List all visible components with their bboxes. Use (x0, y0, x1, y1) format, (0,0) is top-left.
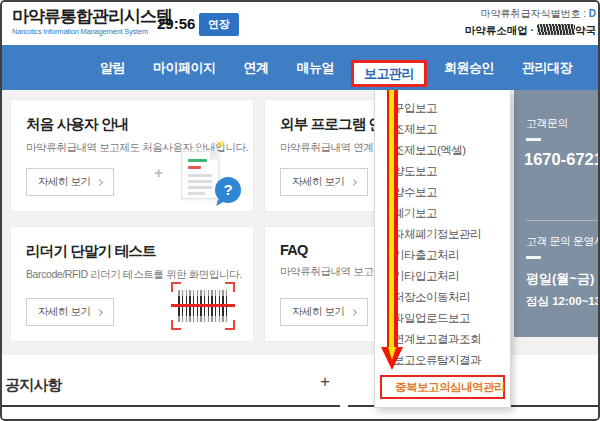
question-bubble-icon: ? (215, 177, 241, 203)
business-type-label: 마약류소매업 · (465, 24, 537, 36)
annotation-arrow-shaft (387, 90, 398, 348)
card-reader-test: 리더기 단말기 테스트 Barcode/RFID 리더기 테스트를 위한 화면입… (10, 226, 254, 342)
main-nav: 알림 마이페이지 연계 매뉴얼 보고관리 회원승인 관리대장 (2, 45, 598, 90)
handler-id-line: 마약류취급자식별번호 : D (465, 6, 596, 22)
app-title: 마약류통합관리시스템 (12, 7, 172, 27)
detail-button[interactable]: 자세히 보기 (280, 298, 368, 326)
app-window: 마약류통합관리시스템 Narcotics Information Managem… (0, 0, 600, 421)
detail-button-label: 자세히 보기 (292, 305, 344, 319)
business-line: 마약류소매업 · 약국 (465, 22, 596, 38)
header: 마약류통합관리시스템 Narcotics Information Managem… (2, 2, 598, 45)
hours-label: 고객 문의 운영시간 (526, 234, 600, 249)
notice-expand-icon[interactable]: + (320, 372, 330, 392)
hours-weekday: 평일(월~금) (526, 270, 594, 288)
menu-item-duplicate-report-management-highlighted[interactable]: 중복보고의심내역관리 (380, 375, 505, 399)
user-info: 마약류취급자식별번호 : D 마약류소매업 · 약국 (465, 6, 596, 38)
nav-item-report-management-active[interactable]: 보고관리 (351, 60, 427, 87)
session-extend-button[interactable]: 연장 (199, 13, 239, 36)
card-first-user-guide: 처음 사용자 안내 마약류취급내역 보고제도 처음사용자 안내입니다. 자세히 … (10, 99, 254, 212)
nav-item-alerts[interactable]: 알림 (86, 45, 139, 90)
scan-line (171, 304, 235, 307)
plus-icon: + (154, 164, 163, 181)
app-logo[interactable]: 마약류통합관리시스템 Narcotics Information Managem… (12, 7, 172, 36)
detail-button-label: 자세히 보기 (292, 175, 344, 189)
sidebar-divider (526, 220, 600, 221)
card-title: 처음 사용자 안내 (26, 115, 253, 134)
detail-button[interactable]: 자세히 보기 (26, 298, 114, 326)
contact-phone: 1670-6721 (524, 150, 600, 169)
redacted-pharmacy-name (537, 24, 575, 35)
card-title: 리더기 단말기 테스트 (26, 242, 253, 261)
hours-lunch: 점심 12:00~13:00 (526, 294, 600, 309)
chevron-right-icon (350, 308, 357, 315)
annotation-arrow-head-core (388, 347, 396, 360)
detail-button[interactable]: 자세히 보기 (26, 168, 114, 196)
app-subtitle: Narcotics Information Management System (12, 27, 172, 36)
barcode-scanner-illustration (175, 287, 231, 325)
notice-title[interactable]: 공지사항 (5, 376, 62, 395)
nav-item-member-approval[interactable]: 회원승인 (430, 45, 508, 90)
nav-item-ledger[interactable]: 관리대장 (508, 45, 586, 90)
nav-item-mypage[interactable]: 마이페이지 (139, 45, 230, 90)
handler-id-value: D (589, 8, 596, 19)
handler-id-label: 마약류취급자식별번호 : (480, 8, 588, 19)
session-timer: 29:56 (157, 15, 195, 32)
detail-button-label: 자세히 보기 (38, 305, 90, 319)
document-fold-corner (210, 151, 219, 160)
chevron-right-icon (96, 308, 103, 315)
contact-label: 고객문의 (526, 116, 568, 131)
nav-item-linkage[interactable]: 연계 (230, 45, 283, 90)
nav-item-manual[interactable]: 매뉴얼 (283, 45, 349, 90)
chevron-right-icon (96, 178, 103, 185)
business-suffix-label: 약국 (575, 24, 596, 36)
customer-service-panel: 고객문의 1670-6721 고객 문의 운영시간 평일(월~금) 점심 12:… (514, 90, 600, 337)
detail-button-label: 자세히 보기 (38, 175, 90, 189)
chevron-right-icon (350, 178, 357, 185)
card-subtitle: Barcode/RFID 리더기 테스트를 위한 화면입니다. (26, 268, 253, 282)
document-illustration (181, 151, 219, 199)
detail-button[interactable]: 자세히 보기 (280, 168, 368, 196)
x-mark-icon: ✕ (216, 138, 225, 151)
